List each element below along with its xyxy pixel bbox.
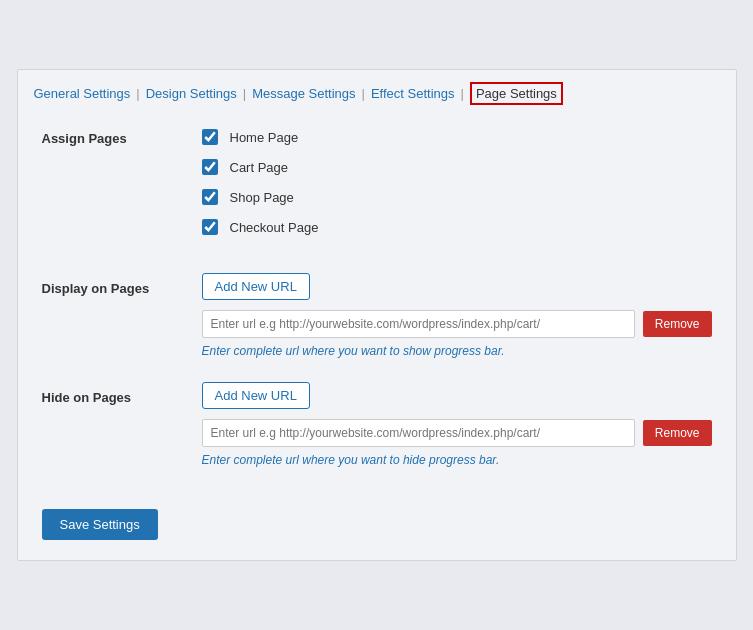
checkbox-cart-page-input[interactable]: [202, 159, 218, 175]
display-on-pages-label: Display on Pages: [42, 279, 202, 296]
checkbox-cart-page-label: Cart Page: [230, 160, 289, 175]
hide-on-pages-label: Hide on Pages: [42, 388, 202, 405]
checkbox-shop-page: Shop Page: [202, 189, 712, 205]
nav-separator-4: |: [461, 86, 464, 101]
nav-separator-2: |: [243, 86, 246, 101]
display-url-input[interactable]: [202, 310, 635, 338]
nav-separator-1: |: [136, 86, 139, 101]
nav-separator-3: |: [362, 86, 365, 101]
display-on-pages-content: Add New URL Remove Enter complete url wh…: [202, 273, 712, 358]
tab-page-settings[interactable]: Page Settings: [470, 82, 563, 105]
hide-url-input[interactable]: [202, 419, 635, 447]
checkbox-home-page-input[interactable]: [202, 129, 218, 145]
hide-url-input-row: Remove: [202, 419, 712, 447]
checkbox-checkout-page: Checkout Page: [202, 219, 712, 235]
hide-on-pages-row: Hide on Pages ? Add New URL Remove Enter…: [42, 382, 712, 467]
hide-add-url-button[interactable]: Add New URL: [202, 382, 310, 409]
checkbox-home-page-label: Home Page: [230, 130, 299, 145]
checkbox-cart-page: Cart Page: [202, 159, 712, 175]
display-on-pages-row: Display on Pages ? Add New URL Remove En…: [42, 273, 712, 358]
assign-pages-row: Assign Pages Home Page Cart Page Shop Pa…: [42, 129, 712, 249]
hide-remove-button[interactable]: Remove: [643, 420, 712, 446]
display-add-url-button[interactable]: Add New URL: [202, 273, 310, 300]
tab-effect-settings[interactable]: Effect Settings: [371, 82, 455, 105]
save-settings-button[interactable]: Save Settings: [42, 509, 158, 540]
display-hint-text: Enter complete url where you want to sho…: [202, 344, 712, 358]
hide-on-pages-content: Add New URL Remove Enter complete url wh…: [202, 382, 712, 467]
checkbox-checkout-page-label: Checkout Page: [230, 220, 319, 235]
display-url-input-row: Remove: [202, 310, 712, 338]
tab-message-settings[interactable]: Message Settings: [252, 82, 355, 105]
checkbox-checkout-page-input[interactable]: [202, 219, 218, 235]
settings-nav: General Settings | Design Settings | Mes…: [18, 70, 736, 105]
display-label-col: Display on Pages ?: [42, 273, 202, 296]
checkbox-shop-page-input[interactable]: [202, 189, 218, 205]
settings-container: General Settings | Design Settings | Mes…: [17, 69, 737, 561]
checkbox-shop-page-label: Shop Page: [230, 190, 294, 205]
tab-design-settings[interactable]: Design Settings: [146, 82, 237, 105]
hide-hint-text: Enter complete url where you want to hid…: [202, 453, 712, 467]
assign-pages-label: Assign Pages: [42, 129, 202, 146]
checkbox-home-page: Home Page: [202, 129, 712, 145]
main-content: Assign Pages Home Page Cart Page Shop Pa…: [18, 105, 736, 501]
display-remove-button[interactable]: Remove: [643, 311, 712, 337]
tab-general-settings[interactable]: General Settings: [34, 82, 131, 105]
assign-pages-checkboxes: Home Page Cart Page Shop Page Checkout P…: [202, 129, 712, 249]
hide-label-col: Hide on Pages ?: [42, 382, 202, 405]
